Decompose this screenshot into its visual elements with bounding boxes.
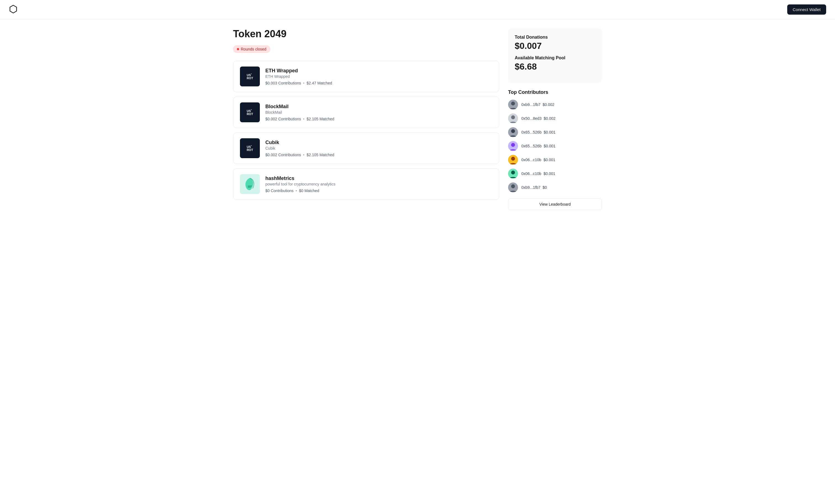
project-card[interactable]: US*ROT Cubik Cubik $0.002 Contributions … [233, 132, 499, 164]
svg-point-15 [511, 171, 515, 174]
left-panel: Token 2049 Rounds closed US*ROT ETH Wrap… [233, 28, 499, 210]
separator [303, 83, 304, 84]
avatar [508, 155, 518, 165]
avatar [508, 183, 518, 192]
svg-point-9 [511, 129, 515, 133]
project-logo-cubik: US*ROT [240, 138, 260, 158]
avatar [508, 127, 518, 137]
total-donations-value: $0.007 [515, 41, 595, 51]
contributions: $0.002 Contributions [265, 153, 301, 157]
matched: $0 Matched [299, 189, 319, 193]
top-contributors-section: Top Contributors 0xb9...1fb7 $0.002 [508, 89, 602, 210]
header: Connect Wallet [0, 0, 835, 19]
project-subtitle: BlockMail [265, 110, 492, 114]
contributions: $0.002 Contributions [265, 117, 301, 121]
contributor-row: 0x06...c10b $0.001 [508, 169, 602, 178]
rounds-closed-badge: Rounds closed [233, 45, 270, 53]
right-panel: Total Donations $0.007 Available Matchin… [508, 28, 602, 210]
contributions: $0 Contributions [265, 189, 293, 193]
contributor-info: 0xb9...1fb7 $0.002 [521, 102, 554, 107]
contributions: $0.003 Contributions [265, 81, 301, 85]
avatar [508, 113, 518, 123]
separator [296, 190, 297, 191]
project-stats: $0.002 Contributions $2.105 Matched [265, 153, 492, 157]
contributor-info: 0x06...c10b $0.001 [521, 171, 555, 176]
svg-point-11 [511, 143, 515, 147]
project-info-cubik: Cubik Cubik $0.002 Contributions $2.105 … [265, 140, 492, 157]
project-name: hashMetrics [265, 175, 492, 181]
badge-dot [237, 48, 239, 50]
project-logo-blockmail: US*ROT [240, 102, 260, 122]
svg-point-5 [511, 102, 515, 105]
svg-rect-3 [248, 187, 251, 187]
project-stats: $0 Contributions $0 Matched [265, 189, 492, 193]
project-card[interactable]: US*ROT BlockMail BlockMail $0.002 Contri… [233, 97, 499, 128]
svg-point-17 [511, 184, 515, 188]
project-logo-eth-wrapped: US*ROT [240, 66, 260, 86]
contributor-row: 0xb9...1fb7 $0 [508, 183, 602, 192]
project-info-eth-wrapped: ETH Wrapped ETH Wrapped $0.003 Contribut… [265, 68, 492, 85]
project-subtitle: powerful tool for cryptocurrency analyti… [265, 182, 492, 186]
contributor-row: 0x65...526b $0.001 [508, 141, 602, 151]
svg-point-7 [511, 115, 515, 119]
page-title: Token 2049 [233, 28, 499, 40]
total-donations-label: Total Donations [515, 35, 595, 40]
project-info-hashmetrics: hashMetrics powerful tool for cryptocurr… [265, 175, 492, 193]
main-content: Token 2049 Rounds closed US*ROT ETH Wrap… [224, 19, 611, 219]
separator [303, 154, 304, 155]
avatar [508, 169, 518, 178]
available-pool-value: $6.68 [515, 62, 595, 72]
project-card[interactable]: US*ROT ETH Wrapped ETH Wrapped $0.003 Co… [233, 61, 499, 92]
contributor-info: 0x65...526b $0.001 [521, 144, 555, 148]
project-subtitle: Cubik [265, 146, 492, 150]
project-name: BlockMail [265, 104, 492, 110]
svg-rect-2 [248, 186, 252, 186]
avatar [508, 100, 518, 110]
available-pool-label: Available Matching Pool [515, 56, 595, 60]
connect-wallet-button[interactable]: Connect Wallet [787, 4, 826, 15]
matched: $2.105 Matched [306, 117, 334, 121]
project-logo-hashmetrics [240, 174, 260, 194]
logo [9, 5, 18, 15]
top-contributors-title: Top Contributors [508, 89, 602, 95]
contributor-info: 0xb9...1fb7 $0 [521, 185, 547, 190]
project-name: Cubik [265, 140, 492, 145]
project-card[interactable]: hashMetrics powerful tool for cryptocurr… [233, 168, 499, 200]
project-subtitle: ETH Wrapped [265, 74, 492, 79]
stats-card: Total Donations $0.007 Available Matchin… [508, 28, 602, 83]
project-stats: $0.002 Contributions $2.105 Matched [265, 117, 492, 121]
contributor-row: 0x06...c10b $0.001 [508, 155, 602, 165]
badge-label: Rounds closed [241, 47, 266, 51]
project-info-blockmail: BlockMail BlockMail $0.002 Contributions… [265, 104, 492, 121]
projects-list: US*ROT ETH Wrapped ETH Wrapped $0.003 Co… [233, 61, 499, 200]
svg-marker-0 [10, 5, 17, 13]
contributor-row: 0xb9...1fb7 $0.002 [508, 100, 602, 110]
contributor-info: 0x50...8ed3 $0.002 [521, 116, 555, 121]
matched: $2.105 Matched [306, 153, 334, 157]
project-stats: $0.003 Contributions $2.47 Matched [265, 81, 492, 85]
project-name: ETH Wrapped [265, 68, 492, 74]
view-leaderboard-button[interactable]: View Leaderboard [508, 198, 602, 210]
contributor-info: 0x06...c10b $0.001 [521, 158, 555, 162]
matched: $2.47 Matched [306, 81, 332, 85]
svg-point-13 [511, 157, 515, 161]
contributor-row: 0x50...8ed3 $0.002 [508, 113, 602, 123]
contributor-row: 0x65...526b $0.001 [508, 127, 602, 137]
separator [303, 119, 304, 120]
contributor-info: 0x65...526b $0.001 [521, 130, 555, 134]
avatar [508, 141, 518, 151]
